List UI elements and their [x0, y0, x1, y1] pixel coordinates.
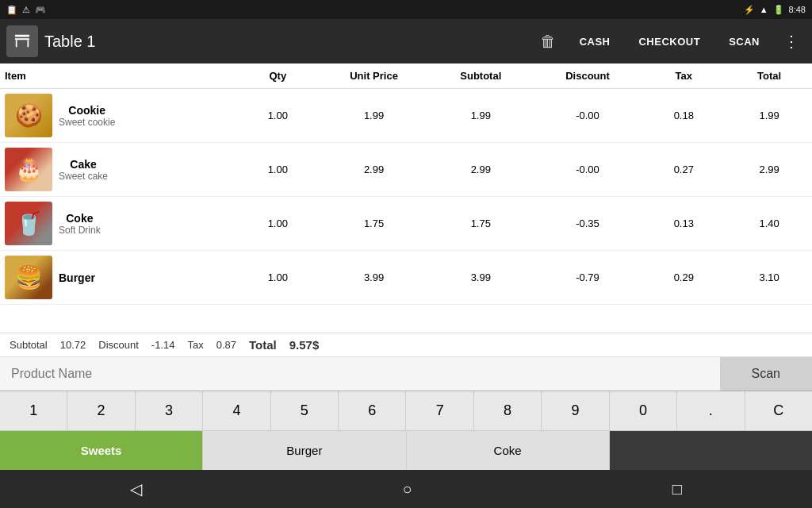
item-info-0: Cookie Sweet cookie: [59, 104, 115, 128]
total-label: Total: [249, 338, 277, 352]
numpad-key-C[interactable]: C: [745, 391, 812, 430]
item-image-3: 🍔: [5, 256, 52, 299]
item-total-1: 2.99: [726, 143, 812, 197]
battery-icon: 🔋: [773, 5, 784, 15]
numpad-key-0[interactable]: 0: [610, 391, 676, 430]
item-tax-2: 0.13: [641, 197, 726, 251]
search-bar: Scan: [0, 356, 812, 391]
summary-bar: Subtotal 10.72 Discount -1.14 Tax 0.87 T…: [0, 333, 812, 356]
table-row[interactable]: 🎂 Cake Sweet cake 1.00 2.99 2.99 -0.00 0…: [0, 143, 812, 197]
svg-rect-0: [15, 35, 29, 37]
col-header-item: Item: [0, 64, 235, 89]
tax-label: Tax: [187, 339, 203, 351]
item-subtotal-3: 3.99: [427, 251, 534, 305]
wifi-icon: ▲: [760, 5, 768, 14]
item-name-0: Cookie: [59, 104, 115, 117]
item-info-2: Coke Soft Drink: [59, 212, 101, 236]
numpad-key-3[interactable]: 3: [136, 391, 202, 430]
table-body: 🍪 Cookie Sweet cookie 1.00 1.99 1.99 -0.…: [0, 89, 812, 305]
home-button[interactable]: ○: [370, 474, 443, 505]
col-header-disc: Discount: [534, 64, 642, 89]
recent-button[interactable]: □: [641, 474, 714, 505]
item-total-2: 1.40: [726, 197, 812, 251]
subtotal-value: 10.72: [60, 339, 86, 351]
table-row[interactable]: 🥤 Coke Soft Drink 1.00 1.75 1.75 -0.35 0…: [0, 197, 812, 251]
item-discount-1: -0.00: [534, 143, 642, 197]
table-header: Item Qty Unit Price Subtotal Discount Ta…: [0, 64, 812, 89]
table-row[interactable]: 🍔 Burger 1.00 3.99 3.99 -0.79 0.29 3.10: [0, 251, 812, 305]
numpad: 1234567890.C: [0, 391, 812, 430]
numpad-key-7[interactable]: 7: [406, 391, 473, 430]
item-image-1: 🎂: [5, 148, 52, 191]
subtotal-label: Subtotal: [10, 339, 48, 351]
item-qty-0: 1.00: [235, 89, 320, 143]
item-subtotal-2: 1.75: [427, 197, 534, 251]
numpad-key-1[interactable]: 1: [0, 391, 67, 430]
item-total-3: 3.10: [726, 251, 812, 305]
scan-button[interactable]: SCAN: [718, 29, 771, 54]
item-info-1: Cake Sweet cake: [59, 158, 108, 182]
back-button[interactable]: ◁: [98, 473, 174, 505]
item-total-0: 1.99: [726, 89, 812, 143]
item-qty-1: 1.00: [235, 143, 320, 197]
top-bar: Table 1 🗑 CASH CHECKOUT SCAN ⋮: [0, 19, 812, 64]
numpad-key-9[interactable]: 9: [542, 391, 608, 430]
table-icon: [6, 25, 38, 57]
item-price-0: 1.99: [320, 89, 427, 143]
cash-button[interactable]: CASH: [569, 29, 622, 54]
checkout-button[interactable]: CHECKOUT: [627, 29, 711, 54]
table-row[interactable]: 🍪 Cookie Sweet cookie 1.00 1.99 1.99 -0.…: [0, 89, 812, 143]
category-bar: SweetsBurgerCoke: [0, 430, 812, 470]
col-header-tax: Tax: [641, 64, 726, 89]
item-name-3: Burger: [59, 271, 95, 284]
item-discount-0: -0.00: [534, 89, 642, 143]
item-info-3: Burger: [59, 271, 95, 284]
warning-icon: ⚠: [22, 5, 30, 15]
col-header-total: Total: [726, 64, 812, 89]
item-image-0: 🍪: [5, 94, 52, 137]
numpad-key-8[interactable]: 8: [474, 391, 541, 430]
more-button[interactable]: ⋮: [777, 25, 806, 57]
total-value: 9.57$: [289, 338, 320, 352]
item-cell-2: 🥤 Coke Soft Drink: [0, 197, 235, 251]
item-subtotal-0: 1.99: [427, 89, 534, 143]
svg-rect-1: [15, 38, 29, 40]
numpad-key-.[interactable]: .: [677, 391, 744, 430]
item-price-3: 3.99: [320, 251, 427, 305]
app-icon: 📋: [6, 5, 17, 15]
category-coke[interactable]: Coke: [407, 431, 609, 470]
col-header-sub: Subtotal: [427, 64, 534, 89]
item-image-2: 🥤: [5, 202, 52, 245]
category-sweets[interactable]: Sweets: [0, 431, 202, 470]
item-price-1: 2.99: [320, 143, 427, 197]
item-subtotal-1: 2.99: [427, 143, 534, 197]
time-display: 8:48: [789, 5, 806, 14]
numpad-key-2[interactable]: 2: [67, 391, 134, 430]
main-content: Item Qty Unit Price Subtotal Discount Ta…: [0, 64, 812, 470]
item-qty-2: 1.00: [235, 197, 320, 251]
status-left-icons: 📋 ⚠ 🎮: [6, 5, 46, 15]
scan-barcode-button[interactable]: Scan: [720, 357, 812, 391]
nav-bar: ◁ ○ □: [0, 470, 812, 508]
numpad-key-5[interactable]: 5: [271, 391, 338, 430]
category-spacer: [610, 431, 812, 470]
item-discount-2: -0.35: [534, 197, 642, 251]
product-name-input[interactable]: [0, 357, 720, 391]
item-cell-3: 🍔 Burger: [0, 251, 235, 305]
numpad-key-4[interactable]: 4: [203, 391, 270, 430]
svg-rect-2: [16, 40, 17, 47]
item-discount-3: -0.79: [534, 251, 642, 305]
bluetooth-icon: ⚡: [744, 5, 755, 15]
svg-rect-3: [27, 40, 29, 47]
item-qty-3: 1.00: [235, 251, 320, 305]
table-title: Table 1: [44, 33, 527, 51]
trash-button[interactable]: 🗑: [534, 26, 562, 57]
category-burger[interactable]: Burger: [203, 431, 405, 470]
status-bar: 📋 ⚠ 🎮 ⚡ ▲ 🔋 8:48: [0, 0, 812, 19]
numpad-key-6[interactable]: 6: [339, 391, 405, 430]
item-cell-1: 🎂 Cake Sweet cake: [0, 143, 235, 197]
item-desc-1: Sweet cake: [59, 171, 108, 182]
item-tax-1: 0.27: [641, 143, 726, 197]
item-price-2: 1.75: [320, 197, 427, 251]
item-name-1: Cake: [59, 158, 108, 171]
